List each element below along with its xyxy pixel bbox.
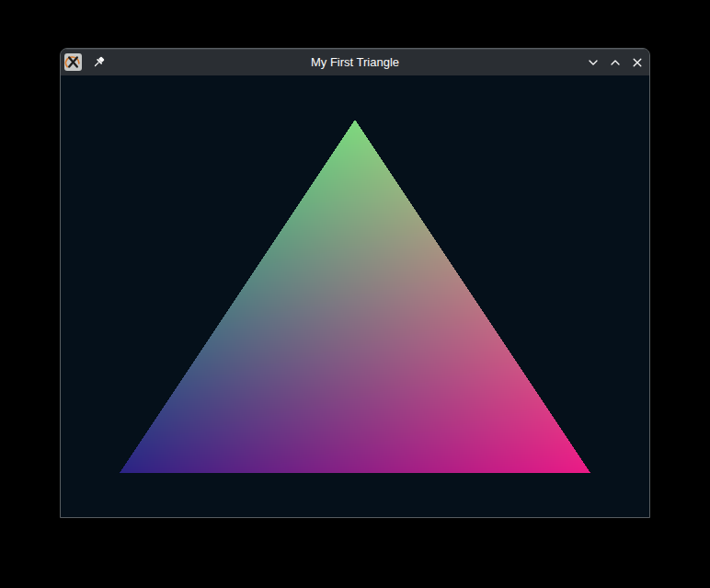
xorg-logo-glyph xyxy=(64,53,82,71)
close-icon xyxy=(630,55,645,70)
chevron-up-icon xyxy=(608,55,623,70)
gl-viewport xyxy=(61,75,649,517)
pin-button[interactable] xyxy=(89,53,108,72)
pin-icon xyxy=(91,55,106,70)
close-button[interactable] xyxy=(628,53,647,72)
window-controls xyxy=(584,53,649,72)
window-titlebar[interactable]: My First Triangle xyxy=(61,49,649,75)
chevron-down-icon xyxy=(586,55,601,70)
maximize-button[interactable] xyxy=(606,53,624,72)
desktop-background: My First Triangle xyxy=(0,0,710,588)
minimize-button[interactable] xyxy=(584,53,602,72)
window-title: My First Triangle xyxy=(61,49,649,75)
xorg-logo-icon[interactable] xyxy=(64,53,82,71)
app-window: My First Triangle xyxy=(60,48,650,518)
titlebar-left-group xyxy=(61,53,108,72)
